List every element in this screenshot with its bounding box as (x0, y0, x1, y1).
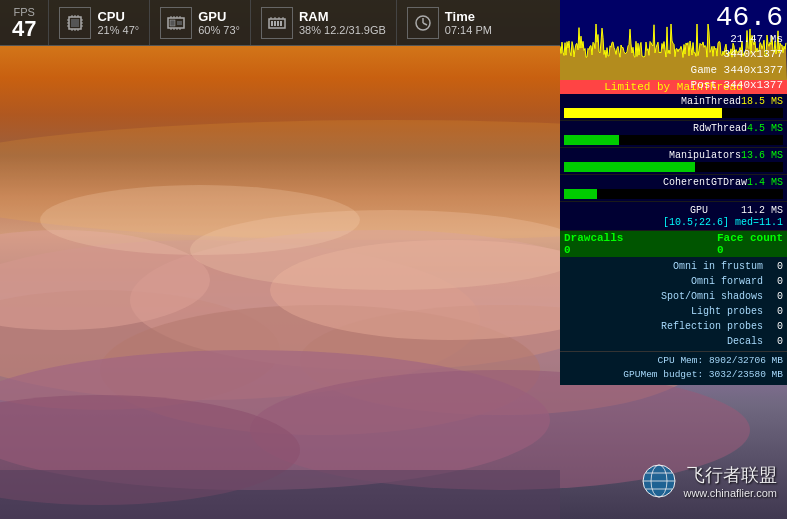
svg-rect-43 (280, 21, 282, 26)
face-count-label: Face count 0 (717, 232, 783, 256)
gpu-mem: GPUMem budget: 3032/23580 MB (564, 368, 783, 382)
svg-rect-29 (170, 20, 175, 26)
manipulators-ms: 13.6 MS (741, 150, 783, 161)
globe-icon (641, 463, 677, 499)
svg-rect-42 (277, 21, 279, 26)
coherent-bar (564, 189, 597, 199)
main-thread-label: MainThread (564, 96, 741, 107)
post-res: Post 3440x1377 (691, 79, 783, 91)
fps-stats: 46.6 21.47 Ms 3440x1377 Game 3440x1377 P… (691, 4, 783, 94)
fps-block: FPS 47 (0, 0, 49, 45)
rdw-thread-label: RdwThread (564, 123, 747, 134)
topbar: FPS 47 CPU 21 (0, 0, 560, 46)
cpu-block: CPU 21% 47° (49, 0, 150, 45)
time-icon (407, 7, 439, 39)
cpu-label: CPU (97, 9, 139, 24)
svg-rect-41 (274, 21, 276, 26)
stat-omni-frustum: Omni in frustum 0 (564, 259, 783, 274)
gpu-ms: 11.2 MS (741, 205, 783, 216)
ram-label: RAM (299, 9, 386, 24)
gpu-stats: GPU 60% 73° (198, 9, 240, 36)
time-value: 07:14 PM (445, 24, 492, 36)
stat-reflection-probes: Reflection probes 0 (564, 319, 783, 334)
svg-rect-15 (71, 19, 79, 27)
ram-block: RAM 38% 12.2/31.9GB (251, 0, 397, 45)
gpu-value: 60% 73° (198, 24, 240, 36)
manipulators-label: Manipulators (564, 150, 741, 161)
time-stats: Time 07:14 PM (445, 9, 492, 36)
coherent-row: CoherentGTDraw 1.4 MS (560, 175, 787, 202)
coherent-label: CoherentGTDraw (564, 177, 747, 188)
rdw-thread-bar (564, 135, 619, 145)
ram-icon (261, 7, 293, 39)
manipulators-bar-container (564, 162, 783, 172)
main-thread-ms: 18.5 MS (741, 96, 783, 107)
coherent-bar-container (564, 189, 783, 199)
perf-panel: 46.6 21.47 Ms 3440x1377 Game 3440x1377 P… (560, 0, 787, 385)
cpu-value: 21% 47° (97, 24, 139, 36)
fps-value: 47 (12, 18, 36, 40)
watermark: 飞行者联盟 www.chinaflier.com (641, 463, 777, 499)
fps-graph: 46.6 21.47 Ms 3440x1377 Game 3440x1377 P… (560, 0, 787, 80)
watermark-en-text: www.chinaflier.com (683, 487, 777, 499)
rdw-thread-bar-container (564, 135, 783, 145)
gpu-label: GPU (198, 9, 240, 24)
manipulators-bar (564, 162, 695, 172)
gpu-block: GPU 60% 73° (150, 0, 251, 45)
cpu-mem: CPU Mem: 8902/32706 MB (564, 354, 783, 368)
stats-section: Omni in frustum 0 Omni forward 0 Spot/Om… (560, 257, 787, 351)
main-thread-bar-container (564, 108, 783, 118)
main-thread-row: MainThread 18.5 MS (560, 94, 787, 121)
mem-section: CPU Mem: 8902/32706 MB GPUMem budget: 30… (560, 351, 787, 385)
time-block: Time 07:14 PM (397, 0, 502, 45)
rdw-thread-row: RdwThread 4.5 MS (560, 121, 787, 148)
game-res: Game 3440x1377 (691, 64, 783, 76)
manipulators-row: Manipulators 13.6 MS (560, 148, 787, 175)
fps-ms: 21.47 Ms (730, 33, 783, 45)
coherent-ms: 1.4 MS (747, 177, 783, 188)
gpu-range: [10.5;22.6] med=11.1 (663, 217, 783, 228)
gpu-icon (160, 7, 192, 39)
fps-big: 46.6 (691, 4, 783, 32)
time-label: Time (445, 9, 492, 24)
svg-rect-40 (271, 21, 273, 26)
res1: 3440x1377 (724, 48, 783, 60)
gpu-section-label: GPU (690, 205, 708, 216)
cpu-icon (59, 7, 91, 39)
ram-stats: RAM 38% 12.2/31.9GB (299, 9, 386, 36)
main-thread-bar (564, 108, 722, 118)
svg-rect-30 (177, 21, 182, 25)
stat-spot-shadows: Spot/Omni shadows 0 (564, 289, 783, 304)
stat-omni-forward: Omni forward 0 (564, 274, 783, 289)
watermark-logo: 飞行者联盟 www.chinaflier.com (641, 463, 777, 499)
gpu-section: GPU 11.2 MS [10.5;22.6] med=11.1 (560, 202, 787, 231)
stat-light-probes: Light probes 0 (564, 304, 783, 319)
svg-line-50 (423, 23, 427, 25)
stat-decals: Decals 0 (564, 334, 783, 349)
drawcalls-label: Drawcalls 0 (564, 232, 623, 256)
drawcalls-row: Drawcalls 0 Face count 0 (560, 231, 787, 257)
ram-value: 38% 12.2/31.9GB (299, 24, 386, 36)
watermark-cn-text: 飞行者联盟 (683, 463, 777, 487)
cpu-stats: CPU 21% 47° (97, 9, 139, 36)
rdw-thread-ms: 4.5 MS (747, 123, 783, 134)
